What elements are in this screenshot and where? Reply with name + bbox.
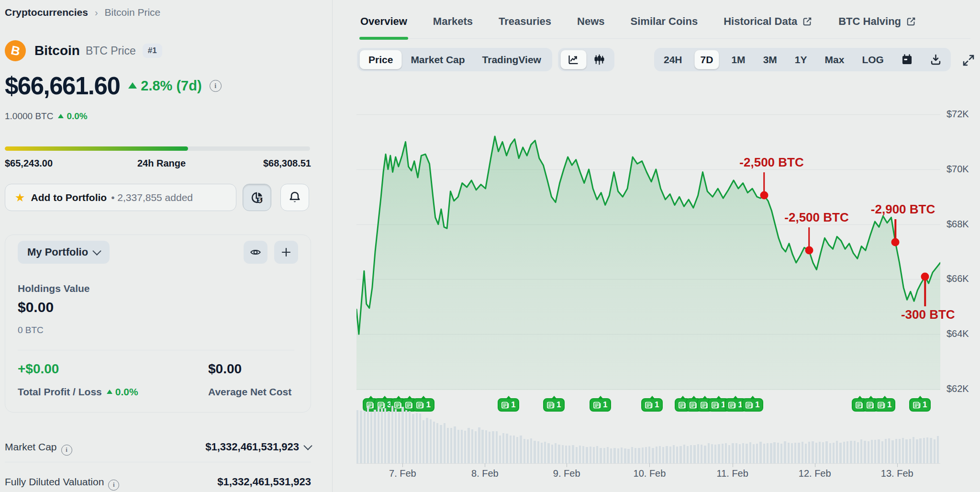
volume-bar [767,443,768,463]
volume-bar [409,411,411,463]
tab-news[interactable]: News [576,9,605,38]
range-24h[interactable]: 24H [658,50,688,69]
volume-bar [610,448,612,463]
volume-bar [812,441,813,463]
annotation-label: -2,500 BTC [739,155,803,170]
range-7d[interactable]: 7D [694,50,720,69]
add-transaction-button[interactable] [274,241,298,264]
chevron-right-icon: › [95,7,98,18]
volume-bar [426,418,428,463]
volume-bar [763,444,765,463]
volume-bar [593,447,595,463]
volume-bars [356,407,940,464]
range-log[interactable]: LOG [856,50,890,69]
plus-icon [280,246,292,258]
price-line-chart [356,93,940,390]
volume-bar [478,427,480,463]
download-button[interactable] [924,50,947,69]
volume-bar [784,441,786,463]
metric-tab-price[interactable]: Price [359,50,402,69]
tab-markets[interactable]: Markets [432,9,474,38]
chart-style-line-chart-icon[interactable] [560,50,587,69]
volume-bar [627,449,629,463]
volume-bar [739,444,741,463]
volume-bar [697,444,699,463]
volume-bar [846,441,848,463]
price-alert-button[interactable] [280,184,309,211]
breadcrumb-root[interactable]: Cryptocurrencies [5,7,88,18]
price-chart[interactable]: -2,500 BTC-2,500 BTC-2,900 BTC-300 BTC [356,93,940,390]
tab-btc-halving[interactable]: BTC Halving [837,9,917,38]
volume-bar [440,425,442,463]
btc-unit-price: 1.0000 BTC [5,111,53,122]
tab-treasuries[interactable]: Treasuries [498,9,552,38]
holdings-label: Holdings Value [18,283,90,294]
coin-name: Bitcoin [34,43,80,58]
volume-bar [808,442,810,463]
volume-bar [645,447,647,463]
volume-bar [854,441,856,463]
range-1m[interactable]: 1M [725,50,751,69]
volume-bar [666,446,668,463]
volume-bar [839,443,841,463]
x-axis-labels: 7. Feb8. Feb9. Feb10. Feb11. Feb12. Feb1… [356,468,940,482]
x-axis-label: 13. Feb [881,468,913,479]
volume-bar [378,406,379,463]
info-icon[interactable]: i [210,80,222,92]
add-to-portfolio-button[interactable]: ★ Add to Portfolio • 2,337,855 added [5,184,236,211]
volume-bar [582,446,584,463]
info-icon[interactable]: i [108,480,119,491]
annotation-stem [924,277,926,306]
volume-bar [753,444,755,463]
tab-historical-data[interactable]: Historical Data [723,9,813,38]
volume-bar [481,430,483,463]
volume-bar [624,448,626,463]
external-link-icon [906,16,916,27]
x-axis-tick [733,463,733,467]
annotation-label: -2,500 BTC [784,210,848,225]
calendar-button[interactable] [896,50,918,69]
eye-icon [249,246,262,258]
volume-bar [572,445,574,463]
watch-portfolio-button[interactable] [244,241,267,264]
chevron-down-icon[interactable] [303,441,312,450]
range-3m[interactable]: 3M [757,50,783,69]
volume-bar [527,439,529,463]
volume-bar [600,448,601,463]
volume-bar [586,447,588,463]
volume-bar [780,444,782,463]
volume-bar [669,447,671,464]
metric-tab-market-cap[interactable]: Market Cap [402,50,473,69]
volume-bar [749,442,751,463]
volume-bar [850,441,852,464]
portfolio-selector[interactable]: My Portfolio [18,241,110,264]
volume-bar [360,411,362,463]
chart-style-candlestick-icon[interactable] [587,50,612,69]
card-divider [18,350,294,350]
tab-similar-coins[interactable]: Similar Coins [630,9,699,38]
range-max[interactable]: Max [819,50,850,69]
volume-bar [656,447,657,463]
volume-bar [367,406,369,463]
volume-bar [895,439,897,464]
arrow-up-icon [58,114,64,118]
volume-bar [534,441,535,463]
x-axis-tick [402,463,403,467]
portfolio-chart-button[interactable]: $ [243,184,271,211]
y-tick-$70K: $70K [947,164,969,175]
volume-bar [496,431,498,463]
volume-bar [398,412,400,463]
volume-bar [777,443,779,463]
volume-bar [788,443,790,463]
fullscreen-button[interactable] [958,53,979,68]
info-icon[interactable]: i [61,445,72,456]
coin-header: B Bitcoin BTC Price #1 [5,40,162,61]
volume-bar [450,428,452,463]
metric-tab-tradingview[interactable]: TradingView [474,50,550,69]
tab-overview[interactable]: Overview [359,9,408,38]
volume-bar [471,429,473,463]
volume-bar [510,436,512,463]
volume-bar [461,430,463,463]
range-1y[interactable]: 1Y [789,50,813,69]
volume-bar [613,448,615,463]
